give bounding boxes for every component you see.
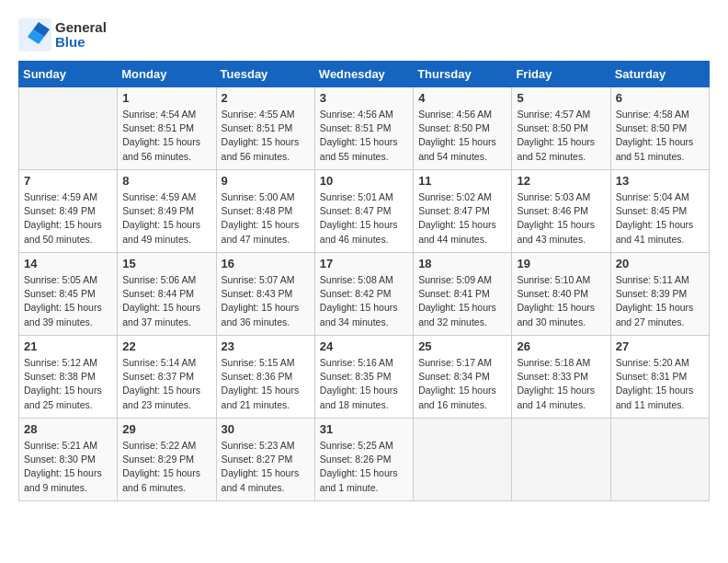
page-header: General Blue (18, 18, 710, 52)
calendar-cell: 2Sunrise: 4:55 AM Sunset: 8:51 PM Daylig… (216, 87, 314, 170)
day-info: Sunrise: 5:08 AM Sunset: 8:42 PM Dayligh… (320, 273, 408, 329)
calendar-body: 1Sunrise: 4:54 AM Sunset: 8:51 PM Daylig… (19, 87, 710, 501)
column-header-sunday: Sunday (19, 62, 118, 87)
column-header-wednesday: Wednesday (314, 62, 413, 87)
day-info: Sunrise: 5:23 AM Sunset: 8:27 PM Dayligh… (222, 439, 310, 495)
calendar-cell: 30Sunrise: 5:23 AM Sunset: 8:27 PM Dayli… (216, 419, 314, 501)
calendar-cell: 5Sunrise: 4:57 AM Sunset: 8:50 PM Daylig… (512, 87, 610, 170)
day-info: Sunrise: 5:16 AM Sunset: 8:35 PM Dayligh… (320, 356, 408, 412)
week-row-5: 28Sunrise: 5:21 AM Sunset: 8:30 PM Dayli… (19, 419, 710, 501)
day-info: Sunrise: 5:03 AM Sunset: 8:46 PM Dayligh… (517, 190, 605, 247)
day-number: 19 (517, 257, 605, 270)
calendar-cell: 27Sunrise: 5:20 AM Sunset: 8:31 PM Dayli… (610, 336, 709, 419)
column-header-thursday: Thursday (414, 62, 512, 87)
day-info: Sunrise: 4:59 AM Sunset: 8:49 PM Dayligh… (122, 190, 210, 247)
day-info: Sunrise: 5:02 AM Sunset: 8:47 PM Dayligh… (418, 190, 506, 247)
logo-general-text: General (55, 20, 107, 36)
week-row-2: 7Sunrise: 4:59 AM Sunset: 8:49 PM Daylig… (19, 170, 710, 253)
day-number: 3 (320, 91, 408, 105)
day-number: 17 (320, 257, 408, 270)
day-number: 7 (24, 174, 112, 188)
calendar-cell: 14Sunrise: 5:05 AM Sunset: 8:45 PM Dayli… (19, 253, 118, 336)
calendar-cell: 3Sunrise: 4:56 AM Sunset: 8:51 PM Daylig… (314, 87, 413, 170)
calendar-cell: 7Sunrise: 4:59 AM Sunset: 8:49 PM Daylig… (19, 170, 118, 253)
day-info: Sunrise: 4:58 AM Sunset: 8:50 PM Dayligh… (616, 108, 704, 164)
calendar-table: SundayMondayTuesdayWednesdayThursdayFrid… (18, 61, 710, 501)
column-header-tuesday: Tuesday (216, 62, 314, 87)
calendar-cell: 29Sunrise: 5:22 AM Sunset: 8:29 PM Dayli… (118, 419, 216, 501)
calendar-cell: 17Sunrise: 5:08 AM Sunset: 8:42 PM Dayli… (314, 253, 413, 336)
day-info: Sunrise: 4:55 AM Sunset: 8:51 PM Dayligh… (222, 108, 310, 164)
day-info: Sunrise: 5:04 AM Sunset: 8:45 PM Dayligh… (616, 190, 704, 247)
day-info: Sunrise: 5:00 AM Sunset: 8:48 PM Dayligh… (222, 190, 310, 247)
calendar-cell: 12Sunrise: 5:03 AM Sunset: 8:46 PM Dayli… (512, 170, 610, 253)
calendar-cell: 8Sunrise: 4:59 AM Sunset: 8:49 PM Daylig… (118, 170, 216, 253)
calendar-cell: 20Sunrise: 5:11 AM Sunset: 8:39 PM Dayli… (610, 253, 709, 336)
calendar-cell: 15Sunrise: 5:06 AM Sunset: 8:44 PM Dayli… (118, 253, 216, 336)
day-info: Sunrise: 4:59 AM Sunset: 8:49 PM Dayligh… (24, 190, 112, 247)
calendar-cell: 28Sunrise: 5:21 AM Sunset: 8:30 PM Dayli… (19, 419, 118, 501)
calendar-cell: 21Sunrise: 5:12 AM Sunset: 8:38 PM Dayli… (19, 336, 118, 419)
calendar-cell: 19Sunrise: 5:10 AM Sunset: 8:40 PM Dayli… (512, 253, 610, 336)
day-number: 10 (320, 174, 408, 188)
column-header-monday: Monday (118, 62, 216, 87)
day-info: Sunrise: 5:11 AM Sunset: 8:39 PM Dayligh… (616, 273, 704, 329)
calendar-cell: 16Sunrise: 5:07 AM Sunset: 8:43 PM Dayli… (216, 253, 314, 336)
calendar-cell: 6Sunrise: 4:58 AM Sunset: 8:50 PM Daylig… (610, 87, 709, 170)
day-number: 16 (222, 257, 310, 270)
calendar-cell: 11Sunrise: 5:02 AM Sunset: 8:47 PM Dayli… (414, 170, 512, 253)
logo-blue-text: Blue (55, 35, 107, 51)
day-info: Sunrise: 5:05 AM Sunset: 8:45 PM Dayligh… (24, 273, 112, 329)
logo: General Blue (18, 18, 107, 52)
day-info: Sunrise: 5:15 AM Sunset: 8:36 PM Dayligh… (222, 356, 310, 412)
day-info: Sunrise: 4:54 AM Sunset: 8:51 PM Dayligh… (122, 108, 210, 164)
day-number: 25 (418, 339, 506, 353)
day-info: Sunrise: 5:21 AM Sunset: 8:30 PM Dayligh… (24, 439, 112, 495)
day-number: 24 (320, 339, 408, 353)
day-info: Sunrise: 5:20 AM Sunset: 8:31 PM Dayligh… (616, 356, 704, 412)
day-info: Sunrise: 4:57 AM Sunset: 8:50 PM Dayligh… (517, 108, 605, 164)
day-info: Sunrise: 5:25 AM Sunset: 8:26 PM Dayligh… (320, 439, 408, 495)
day-number: 20 (616, 257, 704, 270)
calendar-cell: 24Sunrise: 5:16 AM Sunset: 8:35 PM Dayli… (314, 336, 413, 419)
calendar-cell: 22Sunrise: 5:14 AM Sunset: 8:37 PM Dayli… (118, 336, 216, 419)
column-header-friday: Friday (512, 62, 610, 87)
day-number: 23 (222, 339, 310, 353)
day-info: Sunrise: 5:18 AM Sunset: 8:33 PM Dayligh… (517, 356, 605, 412)
day-number: 13 (616, 174, 704, 188)
calendar-header: SundayMondayTuesdayWednesdayThursdayFrid… (19, 62, 710, 87)
day-number: 15 (122, 257, 210, 270)
calendar-cell: 26Sunrise: 5:18 AM Sunset: 8:33 PM Dayli… (512, 336, 610, 419)
calendar-cell: 13Sunrise: 5:04 AM Sunset: 8:45 PM Dayli… (610, 170, 709, 253)
day-number: 11 (418, 174, 506, 188)
calendar-cell (512, 419, 610, 501)
day-info: Sunrise: 5:07 AM Sunset: 8:43 PM Dayligh… (222, 273, 310, 329)
day-number: 27 (616, 339, 704, 353)
day-number: 30 (222, 422, 310, 436)
day-number: 22 (122, 339, 210, 353)
day-info: Sunrise: 4:56 AM Sunset: 8:50 PM Dayligh… (418, 108, 506, 164)
calendar-cell: 9Sunrise: 5:00 AM Sunset: 8:48 PM Daylig… (216, 170, 314, 253)
day-number: 29 (122, 422, 210, 436)
day-info: Sunrise: 5:01 AM Sunset: 8:47 PM Dayligh… (320, 190, 408, 247)
day-info: Sunrise: 5:12 AM Sunset: 8:38 PM Dayligh… (24, 356, 112, 412)
week-row-3: 14Sunrise: 5:05 AM Sunset: 8:45 PM Dayli… (19, 253, 710, 336)
day-info: Sunrise: 5:22 AM Sunset: 8:29 PM Dayligh… (122, 439, 210, 495)
day-number: 2 (222, 91, 310, 105)
day-number: 4 (418, 91, 506, 105)
calendar-cell (610, 419, 709, 501)
day-number: 28 (24, 422, 112, 436)
calendar-cell (19, 87, 118, 170)
day-info: Sunrise: 5:06 AM Sunset: 8:44 PM Dayligh… (122, 273, 210, 329)
logo-graphic (18, 18, 51, 52)
week-row-4: 21Sunrise: 5:12 AM Sunset: 8:38 PM Dayli… (19, 336, 710, 419)
day-info: Sunrise: 4:56 AM Sunset: 8:51 PM Dayligh… (320, 108, 408, 164)
day-number: 21 (24, 339, 112, 353)
day-number: 1 (122, 91, 210, 105)
logo-combined: General Blue (18, 18, 107, 52)
day-info: Sunrise: 5:09 AM Sunset: 8:41 PM Dayligh… (418, 273, 506, 329)
calendar-cell: 23Sunrise: 5:15 AM Sunset: 8:36 PM Dayli… (216, 336, 314, 419)
calendar-cell: 1Sunrise: 4:54 AM Sunset: 8:51 PM Daylig… (118, 87, 216, 170)
day-number: 8 (122, 174, 210, 188)
day-number: 18 (418, 257, 506, 270)
